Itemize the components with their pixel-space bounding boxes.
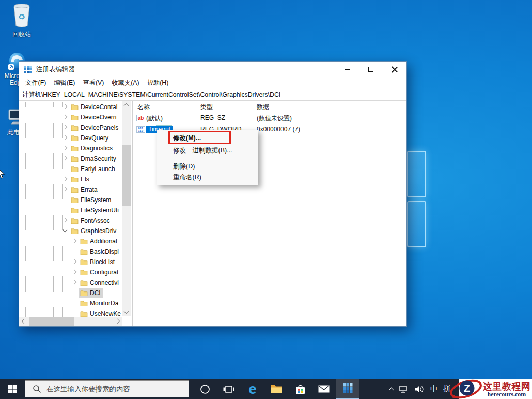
taskbar-cortana-button[interactable] (193, 379, 217, 399)
search-icon (33, 385, 41, 393)
chevron-right-icon[interactable] (63, 104, 67, 109)
chevron-right-icon[interactable] (63, 125, 67, 129)
taskbar-edge-button[interactable]: e (241, 379, 264, 399)
tree-item[interactable]: FontAssoc (19, 216, 122, 226)
folder-icon (80, 290, 88, 296)
taskbar-task-view-button[interactable] (217, 379, 241, 399)
tree-item[interactable]: FileSystem (19, 195, 122, 205)
folder-icon (71, 176, 79, 182)
scroll-right-icon[interactable] (115, 319, 120, 324)
chevron-right-icon[interactable] (63, 115, 67, 119)
desktop: ♻ 回收站 Microsoft Edge 此电脑 (0, 0, 532, 399)
site-watermark: Z 这里教程网 herecours.com (459, 379, 532, 399)
taskbar-store-button[interactable] (288, 379, 312, 399)
store-icon (295, 384, 306, 394)
tree-item[interactable]: Diagnostics (19, 143, 122, 154)
folder-icon (80, 238, 88, 244)
chevron-right-icon[interactable] (63, 156, 67, 160)
taskbar-search-box[interactable]: 在这里输入你要搜索的内容 (25, 380, 189, 397)
registry-tree-panel[interactable]: DeviceContai DeviceOverri DevicePanels D… (19, 101, 133, 326)
tree-item-selected[interactable]: DCI (19, 288, 122, 298)
windows-logo-icon (8, 385, 17, 393)
scroll-left-icon[interactable] (22, 319, 27, 324)
menu-edit[interactable]: 编辑(E) (54, 79, 75, 87)
chevron-right-icon[interactable] (72, 239, 76, 243)
tree-item[interactable]: BasicDispl (19, 247, 122, 257)
folder-icon (71, 197, 79, 203)
title-bar[interactable]: 注册表编辑器 (19, 62, 406, 77)
folder-icon (71, 135, 79, 141)
menu-help[interactable]: 帮助(H) (147, 79, 169, 87)
tree-item[interactable]: DmaSecurity (19, 154, 122, 164)
menu-view[interactable]: 查看(V) (83, 79, 104, 87)
taskbar-mail-button[interactable] (312, 379, 336, 399)
system-tray: 中 拼 (389, 384, 451, 394)
tree-item[interactable]: Els (19, 174, 122, 185)
site-domain: herecours.com (482, 391, 531, 398)
desktop-icon-label: 回收站 (6, 31, 37, 38)
chevron-right-icon[interactable] (63, 135, 67, 140)
menu-favorites[interactable]: 收藏夹(A) (112, 79, 139, 87)
folder-icon (71, 125, 79, 131)
regedit-window: 注册表编辑器 文件(F) 编辑(E) 查看(V) 收藏夹(A) 帮助(H) 计算… (19, 61, 407, 327)
context-menu-item-modify-binary[interactable]: 修改二进制数据(B)... (157, 144, 258, 157)
chevron-right-icon[interactable] (63, 218, 67, 222)
column-header-name[interactable]: 名称 (137, 103, 150, 112)
start-button[interactable] (0, 379, 25, 399)
taskbar-file-explorer-button[interactable] (264, 379, 288, 399)
maximize-button[interactable] (359, 62, 383, 77)
chevron-right-icon[interactable] (72, 259, 76, 264)
close-icon (392, 66, 398, 72)
context-menu-item-delete[interactable]: 删除(D) (157, 161, 258, 172)
chevron-right-icon[interactable] (63, 177, 67, 181)
task-view-icon (223, 385, 234, 394)
regedit-app-icon (24, 65, 32, 73)
column-header-type[interactable]: 类型 (200, 103, 213, 112)
chevron-right-icon[interactable] (63, 187, 67, 191)
tree-item[interactable]: Additional (19, 236, 122, 247)
scrollbar-thumb[interactable] (29, 317, 74, 326)
tree-item[interactable]: Connectivi (19, 278, 122, 288)
menu-file[interactable]: 文件(F) (25, 79, 46, 87)
scrollbar-thumb[interactable] (122, 145, 131, 206)
chevron-right-icon[interactable] (72, 280, 76, 284)
context-menu-item-rename[interactable]: 重命名(R) (157, 172, 258, 183)
tree-item[interactable]: EarlyLaunch (19, 164, 122, 174)
site-logo-icon: Z (448, 378, 483, 399)
volume-icon[interactable] (414, 385, 425, 393)
value-row[interactable]: ab (默认) REG_SZ (数值未设置) (133, 113, 406, 124)
tree-item[interactable]: MonitorDa (19, 298, 122, 309)
tree-item[interactable]: Errata (19, 185, 122, 195)
folder-icon (71, 207, 79, 213)
chevron-right-icon[interactable] (72, 270, 76, 274)
value-name[interactable]: (默认) (146, 114, 163, 123)
tree-item[interactable]: BlockList (19, 257, 122, 267)
column-header-data[interactable]: 数据 (257, 103, 269, 112)
folder-icon (71, 228, 79, 234)
list-header: 名称 类型 数据 (133, 101, 406, 112)
tree-item[interactable]: GraphicsDriv (19, 226, 122, 236)
ime-indicator[interactable]: 中 (430, 384, 438, 394)
chevron-down-icon[interactable] (63, 228, 67, 232)
tree-item[interactable]: FileSystemUti (19, 205, 122, 216)
tree-vertical-scrollbar[interactable] (122, 101, 131, 316)
taskbar-regedit-button[interactable] (336, 379, 359, 399)
tray-overflow-chevron-icon[interactable] (389, 387, 394, 392)
chevron-right-icon[interactable] (63, 146, 67, 150)
tree-item[interactable]: DevQuery (19, 133, 122, 143)
tree-horizontal-scrollbar[interactable] (19, 317, 122, 326)
value-data: 0x00000007 (7) (257, 126, 300, 133)
tree-item[interactable]: Configurat (19, 267, 122, 278)
scroll-down-icon[interactable] (124, 309, 129, 314)
tree-item[interactable]: DeviceContai (19, 102, 122, 112)
desktop-icon-recycle-bin[interactable]: ♻ 回收站 (6, 3, 37, 38)
close-button[interactable] (383, 62, 406, 77)
tree-item[interactable]: DeviceOverri (19, 112, 122, 122)
network-icon[interactable] (398, 385, 409, 393)
value-type: REG_SZ (200, 114, 225, 121)
minimize-button[interactable] (335, 62, 359, 77)
address-bar[interactable]: 计算机\HKEY_LOCAL_MACHINE\SYSTEM\CurrentCon… (19, 89, 406, 101)
tree-item[interactable]: DevicePanels (19, 122, 122, 133)
scroll-up-icon[interactable] (124, 103, 129, 109)
folder-icon (71, 187, 79, 193)
